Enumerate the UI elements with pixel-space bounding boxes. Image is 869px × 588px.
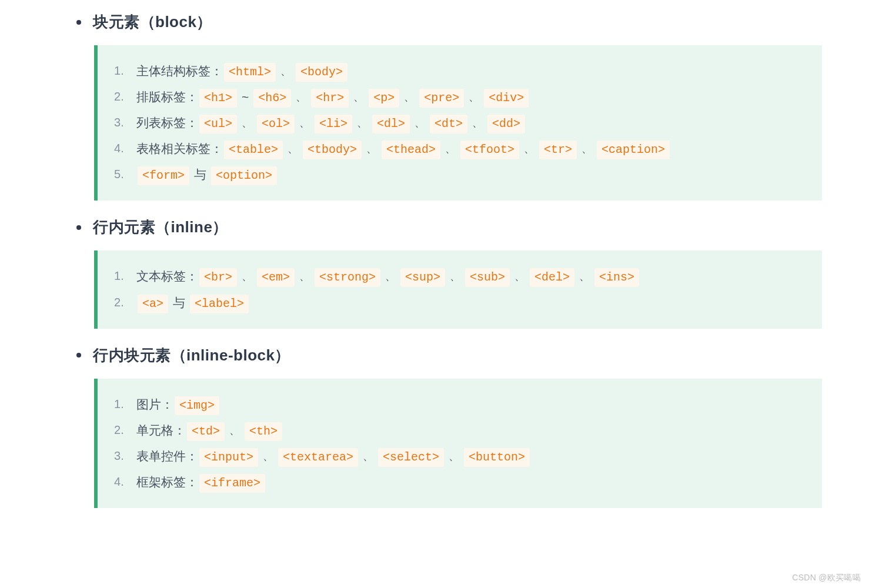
separator: 、 bbox=[363, 450, 373, 462]
code-tag: <li> bbox=[315, 115, 352, 133]
code-tag: <html> bbox=[224, 63, 276, 82]
code-tag: <del> bbox=[530, 268, 574, 287]
section-header: 行内块元素（inline-block） bbox=[76, 345, 822, 366]
code-tag: <p> bbox=[369, 89, 399, 108]
section-header: 行内元素（inline） bbox=[76, 217, 822, 238]
separator: 、 bbox=[445, 143, 456, 155]
paren-open: （ bbox=[155, 218, 171, 236]
code-tag: <thead> bbox=[382, 141, 440, 159]
code-tag: <sub> bbox=[465, 268, 510, 287]
code-tag: <br> bbox=[199, 268, 237, 287]
section-header: 块元素（block） bbox=[76, 12, 822, 32]
list-item: 单元格：<td>、<th> bbox=[114, 417, 804, 443]
list-item: <a>与<label> bbox=[114, 290, 804, 316]
code-tag: <table> bbox=[224, 141, 283, 159]
list-item: 表单控件：<input>、<textarea>、<select>、<button… bbox=[114, 443, 804, 469]
separator: ~ bbox=[242, 90, 249, 103]
section: 块元素（block）主体结构标签：<html>、<body>排版标签：<h1>~… bbox=[71, 12, 822, 201]
separator: 、 bbox=[450, 270, 460, 282]
code-tag: <h6> bbox=[253, 89, 291, 108]
code-tag: <em> bbox=[257, 268, 295, 287]
section-title-en: block bbox=[155, 13, 196, 31]
item-list: 文本标签：<br>、<em>、<strong>、<sup>、<sub>、<del… bbox=[114, 263, 804, 315]
list-item: 框架标签：<iframe> bbox=[114, 469, 804, 495]
section-title: 块元素（block） bbox=[93, 12, 212, 32]
separator: 、 bbox=[280, 65, 291, 77]
code-tag: <ol> bbox=[257, 115, 295, 133]
note-box: 主体结构标签：<html>、<body>排版标签：<h1>~<h6>、<hr>、… bbox=[94, 45, 822, 201]
item-label: 框架标签： bbox=[136, 475, 198, 489]
separator: 、 bbox=[472, 117, 483, 129]
code-tag: <strong> bbox=[315, 268, 380, 287]
separator: 、 bbox=[263, 450, 273, 462]
separator: 、 bbox=[524, 143, 534, 155]
bullet-icon bbox=[76, 353, 81, 358]
code-tag: <th> bbox=[245, 422, 282, 441]
code-tag: <dd> bbox=[487, 115, 525, 133]
separator: 、 bbox=[296, 91, 306, 103]
bullet-icon bbox=[76, 20, 81, 25]
bullet-icon bbox=[76, 225, 81, 230]
separator: 、 bbox=[288, 143, 298, 155]
code-tag: <img> bbox=[175, 396, 219, 415]
code-tag: <input> bbox=[199, 448, 258, 467]
separator: 、 bbox=[229, 425, 240, 436]
section-title-en: inline-block bbox=[186, 346, 275, 364]
list-item: 列表标签：<ul>、<ol>、<li>、<dl>、<dt>、<dd> bbox=[114, 110, 804, 136]
code-tag: <tbody> bbox=[303, 141, 362, 159]
list-item: 主体结构标签：<html>、<body> bbox=[114, 58, 804, 84]
section: 行内元素（inline）文本标签：<br>、<em>、<strong>、<sup… bbox=[71, 217, 822, 328]
separator: 、 bbox=[579, 270, 590, 282]
separator: 、 bbox=[366, 143, 377, 155]
code-tag: <ul> bbox=[199, 115, 237, 133]
section-title-cn: 行内元素 bbox=[93, 218, 155, 236]
item-label: 单元格： bbox=[136, 423, 186, 437]
item-label: 文本标签： bbox=[136, 269, 198, 283]
code-tag: <textarea> bbox=[278, 448, 358, 467]
list-item: 表格相关标签：<table>、<tbody>、<thead>、<tfoot>、<… bbox=[114, 136, 804, 162]
section-title-cn: 行内块元素 bbox=[93, 346, 171, 364]
separator: 、 bbox=[242, 117, 252, 129]
code-tag: <h1> bbox=[199, 89, 237, 108]
code-tag: <div> bbox=[484, 89, 529, 108]
code-tag: <tr> bbox=[539, 141, 577, 159]
paren-close: ） bbox=[275, 346, 290, 364]
item-label: 列表标签： bbox=[136, 116, 198, 129]
code-tag: <iframe> bbox=[199, 474, 265, 493]
separator: 、 bbox=[469, 91, 479, 103]
code-tag: <label> bbox=[190, 295, 249, 313]
list-item: 文本标签：<br>、<em>、<strong>、<sup>、<sub>、<del… bbox=[114, 263, 804, 289]
code-tag: <a> bbox=[138, 295, 168, 313]
code-tag: <caption> bbox=[597, 141, 670, 159]
paren-open: （ bbox=[140, 13, 156, 31]
paren-close: ） bbox=[196, 13, 212, 31]
item-label: 排版标签： bbox=[136, 90, 198, 103]
code-tag: <tfoot> bbox=[460, 141, 519, 159]
code-tag: <sup> bbox=[400, 268, 445, 287]
list-item: 图片：<img> bbox=[114, 392, 804, 417]
code-tag: <body> bbox=[296, 63, 347, 82]
separator: 与 bbox=[173, 296, 185, 309]
item-label: 图片： bbox=[136, 397, 173, 411]
sections-list: 块元素（block）主体结构标签：<html>、<body>排版标签：<h1>~… bbox=[71, 12, 822, 508]
paren-open: （ bbox=[171, 346, 187, 364]
section-title: 行内元素（inline） bbox=[93, 217, 228, 238]
separator: 、 bbox=[415, 117, 425, 129]
code-tag: <option> bbox=[211, 166, 277, 185]
section-title-en: inline bbox=[171, 218, 213, 236]
section-title-cn: 块元素 bbox=[93, 13, 140, 31]
code-tag: <td> bbox=[187, 422, 225, 441]
note-box: 图片：<img>单元格：<td>、<th>表单控件：<input>、<texta… bbox=[94, 379, 822, 508]
separator: 与 bbox=[194, 168, 206, 181]
item-label: 表单控件： bbox=[136, 449, 198, 463]
separator: 、 bbox=[581, 143, 592, 155]
separator: 、 bbox=[449, 450, 459, 462]
code-tag: <dl> bbox=[372, 115, 410, 133]
item-label: 表格相关标签： bbox=[136, 142, 223, 155]
code-tag: <select> bbox=[378, 448, 444, 467]
separator: 、 bbox=[299, 270, 310, 282]
note-box: 文本标签：<br>、<em>、<strong>、<sup>、<sub>、<del… bbox=[94, 250, 822, 328]
separator: 、 bbox=[514, 270, 525, 282]
list-item: 排版标签：<h1>~<h6>、<hr>、<p>、<pre>、<div> bbox=[114, 84, 804, 110]
separator: 、 bbox=[353, 91, 364, 103]
